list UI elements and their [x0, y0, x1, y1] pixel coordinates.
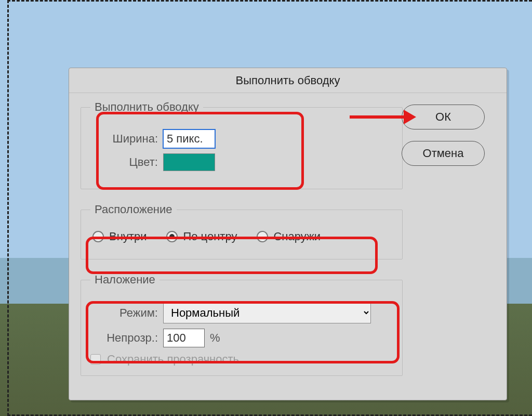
stroke-group: Выполнить обводку Ширина: Цвет: [81, 100, 403, 189]
color-label: Цвет: [90, 155, 163, 169]
color-swatch[interactable] [163, 153, 215, 171]
canvas-background: Выполнить обводку Выполнить обводку Шири… [0, 0, 532, 416]
preserve-label: Сохранить прозрачность [107, 353, 239, 366]
radio-center[interactable]: По центру [166, 230, 237, 243]
radio-center-label: По центру [183, 230, 237, 243]
position-radio-row: Внутри По центру Снаружи [90, 227, 393, 246]
radio-inside[interactable]: Внутри [92, 230, 147, 243]
preserve-checkbox[interactable] [90, 354, 101, 365]
radio-outside[interactable]: Снаружи [257, 230, 321, 243]
stroke-legend: Выполнить обводку [90, 100, 203, 114]
radio-icon [166, 231, 178, 242]
blend-group: Наложение Режим: Нормальный Непрозр.: % [81, 273, 403, 376]
position-group: Расположение Внутри По центру Снаружи [81, 203, 403, 259]
width-label: Ширина: [90, 132, 163, 146]
opacity-label: Непрозр.: [90, 331, 163, 345]
width-input[interactable] [163, 129, 215, 148]
radio-icon [92, 231, 104, 242]
radio-inside-label: Внутри [109, 230, 147, 243]
opacity-input[interactable] [163, 329, 205, 347]
cancel-button[interactable]: Отмена [402, 141, 485, 166]
radio-icon [257, 231, 268, 242]
mode-select[interactable]: Нормальный [163, 302, 371, 323]
radio-outside-label: Снаружи [273, 230, 321, 243]
blend-legend: Наложение [90, 273, 159, 287]
position-legend: Расположение [90, 203, 177, 216]
ok-button[interactable]: ОК [402, 105, 485, 129]
stroke-dialog: Выполнить обводку Выполнить обводку Шири… [69, 68, 507, 400]
mode-label: Режим: [90, 306, 163, 320]
dialog-title: Выполнить обводку [69, 68, 507, 93]
opacity-suffix: % [210, 331, 220, 345]
